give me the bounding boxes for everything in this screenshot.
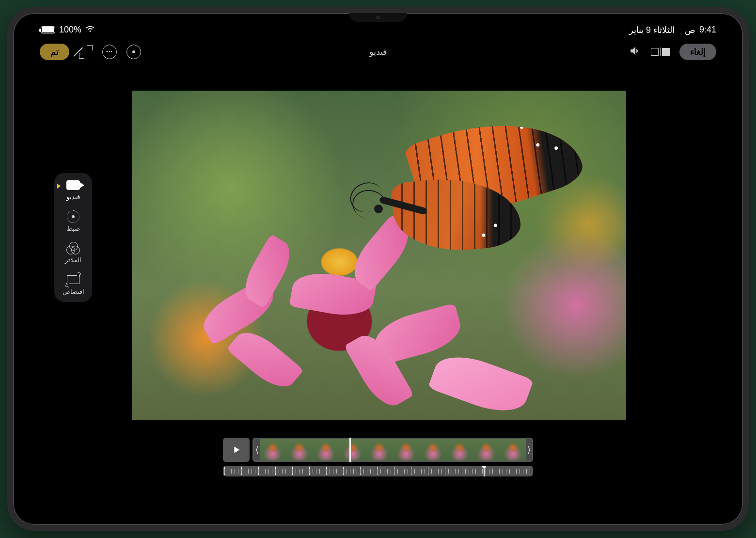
adjust-icon: [67, 210, 79, 223]
battery-icon: [40, 26, 55, 33]
tool-crop-label: اقتصاص: [63, 288, 84, 295]
ellipsis-icon: •••: [106, 49, 113, 54]
tool-adjust-label: ضبط: [67, 225, 80, 232]
status-indicators: 100%: [40, 24, 95, 36]
status-time: 9:41: [699, 25, 716, 35]
status-period: ص: [685, 25, 695, 35]
preview-image: [132, 91, 626, 420]
tool-adjust[interactable]: ضبط: [54, 211, 92, 232]
battery-percent: 100%: [59, 25, 81, 35]
trim-start-handle[interactable]: ⟨: [254, 439, 260, 460]
play-button[interactable]: [223, 438, 250, 462]
status-datetime: 9:41 ص الثلاثاء 9 يناير: [629, 25, 716, 35]
trim-end-handle[interactable]: ⟩: [526, 439, 532, 460]
ipad-frame: 9:41 ص الثلاثاء 9 يناير 100% إلغاء في: [7, 7, 749, 531]
timeline: ⟨ ⟩: [223, 438, 533, 476]
tool-filters[interactable]: الفلاتر: [54, 243, 92, 264]
editor-topbar: إلغاء فيديو ••• تم: [13, 40, 743, 64]
filters-icon: [66, 242, 80, 254]
editor-title: فيديو: [369, 47, 387, 57]
speaker-icon[interactable]: [629, 45, 641, 59]
more-button[interactable]: •••: [102, 45, 117, 59]
frame-viewer[interactable]: ⟨ ⟩: [252, 438, 533, 462]
scrub-ruler[interactable]: [223, 466, 533, 476]
tool-crop[interactable]: اقتصاص: [54, 274, 92, 295]
done-button[interactable]: تم: [40, 44, 69, 60]
compare-icon[interactable]: [651, 47, 670, 56]
edit-tool-sidebar: فيديو ضبط الفلاتر اقتصاص: [54, 173, 92, 302]
tool-filters-label: الفلاتر: [65, 256, 81, 264]
fullscreen-button[interactable]: [79, 45, 93, 59]
tool-video-label: فيديو: [66, 193, 80, 201]
wifi-icon: [85, 24, 95, 36]
tool-video[interactable]: فيديو: [54, 180, 92, 201]
livephoto-icon[interactable]: [126, 45, 141, 59]
cancel-button[interactable]: إلغاء: [679, 44, 716, 60]
status-date: الثلاثاء 9 يناير: [629, 25, 675, 35]
status-bar: 9:41 ص الثلاثاء 9 يناير 100%: [13, 24, 743, 36]
notch: [349, 13, 407, 22]
playhead[interactable]: [349, 438, 351, 462]
frame-strip: [259, 439, 526, 460]
ruler-marker[interactable]: [484, 466, 485, 476]
crop-icon: [67, 273, 79, 286]
video-preview[interactable]: [132, 91, 626, 420]
video-icon: [66, 180, 80, 190]
